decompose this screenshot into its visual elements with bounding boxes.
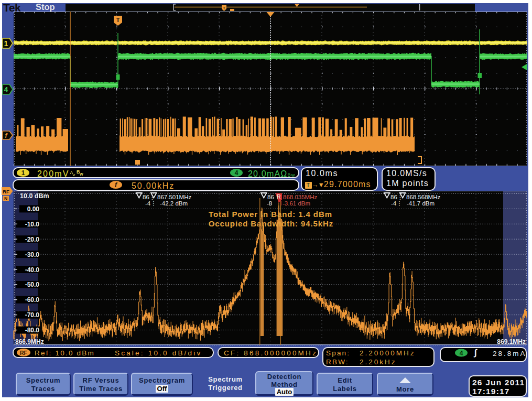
svg-text:868.568MHz: 868.568MHz <box>406 194 440 200</box>
svg-text:RF: RF <box>20 350 28 356</box>
svg-text:1: 1 <box>21 169 25 177</box>
svg-text:10.0 dBm: 10.0 dBm <box>20 192 49 200</box>
svg-text:868.035MHz: 868.035MHz <box>283 194 317 200</box>
svg-text:W: W <box>80 172 83 176</box>
svg-text:-40.0: -40.0 <box>25 266 40 274</box>
svg-text:T: T <box>116 17 120 23</box>
svg-text:-70.0: -70.0 <box>25 311 40 319</box>
svg-text:-41.7 dBm: -41.7 dBm <box>407 200 435 207</box>
svg-text:-3.61 dBm: -3.61 dBm <box>283 200 310 207</box>
svg-text:0.00: 0.00 <box>27 205 40 213</box>
svg-text:N: N <box>4 196 7 201</box>
svg-text:R: R <box>277 193 281 200</box>
svg-text:4: 4 <box>460 350 463 357</box>
svg-text:-4⋮: -4⋮ <box>391 200 403 207</box>
svg-text:-60.0: -60.0 <box>25 296 40 304</box>
svg-text:Occupied Bandwidth: 94.5kHz: Occupied Bandwidth: 94.5kHz <box>209 219 334 228</box>
svg-text:869.1MHz: 869.1MHz <box>497 338 526 345</box>
svg-text:-8: -8 <box>267 200 272 207</box>
svg-text:-10.0: -10.0 <box>25 221 40 228</box>
svg-text:4: 4 <box>4 85 8 94</box>
svg-text:1: 1 <box>4 39 8 48</box>
svg-text:RF: RF <box>3 189 9 194</box>
svg-text:-50.0: -50.0 <box>25 281 40 288</box>
svg-text:86: 86 <box>267 194 274 200</box>
svg-text:-4⋮: -4⋮ <box>145 200 157 207</box>
svg-text:867.501MHz: 867.501MHz <box>157 194 191 200</box>
svg-text:T: T <box>223 6 225 10</box>
svg-text:-80.0: -80.0 <box>25 327 40 334</box>
svg-text:-30.0: -30.0 <box>25 251 40 258</box>
svg-text:4: 4 <box>235 169 238 177</box>
svg-text:866.9MHz: 866.9MHz <box>15 338 44 345</box>
svg-text:Total Power in Band: 1.4 dBm: Total Power in Band: 1.4 dBm <box>209 210 332 219</box>
svg-text:-42.2 dBm: -42.2 dBm <box>160 200 188 207</box>
svg-text:-20.0: -20.0 <box>25 236 40 243</box>
